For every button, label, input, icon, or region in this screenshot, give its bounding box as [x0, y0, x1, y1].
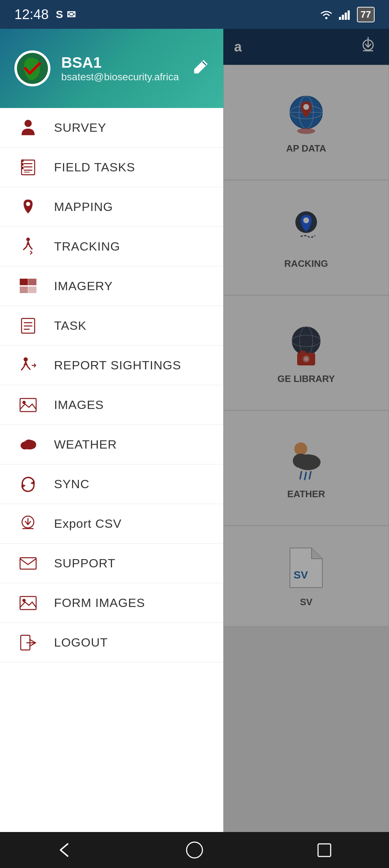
- svg-point-0: [325, 17, 327, 19]
- svg-rect-40: [21, 166, 23, 169]
- list-icon: [18, 157, 38, 177]
- sidebar-item-export-csv[interactable]: Export CSV: [0, 504, 223, 544]
- svg-rect-44: [28, 279, 36, 285]
- sidebar-item-form-images[interactable]: FORM IMAGES: [0, 583, 223, 623]
- user-email: bsatest@biosecurity.africa: [61, 71, 179, 83]
- main-container: a AP DATA: [0, 29, 389, 832]
- sidebar-item-sync[interactable]: SYNC: [0, 464, 223, 504]
- sidebar-item-field-tasks[interactable]: FIELD TASKS: [0, 148, 223, 187]
- images-label: IMAGES: [54, 398, 104, 412]
- person-icon: [18, 118, 38, 138]
- export-icon: [18, 514, 38, 534]
- overlay[interactable]: [223, 29, 389, 832]
- battery-icon: 77: [357, 7, 375, 22]
- sidebar-item-mapping[interactable]: MAPPING: [0, 187, 223, 227]
- status-icons-left: S ✉: [56, 8, 76, 21]
- status-bar-right: 77: [319, 7, 375, 22]
- sidebar-item-survey[interactable]: SURVEY: [0, 108, 223, 148]
- form-image-icon: [18, 593, 38, 613]
- form-images-label: FORM IMAGES: [54, 596, 145, 610]
- svg-rect-38: [21, 159, 23, 162]
- report-sightings-label: REPORT SIGHTINGS: [54, 358, 181, 372]
- task-icon: [18, 316, 38, 336]
- svg-rect-67: [318, 844, 331, 856]
- svg-rect-62: [20, 596, 36, 609]
- mail-status-icon: ✉: [67, 8, 76, 21]
- sidebar-header: BSA1 bsatest@biosecurity.africa: [0, 29, 223, 108]
- sidebar: BSA1 bsatest@biosecurity.africa: [0, 29, 223, 832]
- svg-rect-1: [339, 17, 341, 20]
- svg-rect-43: [19, 279, 28, 285]
- weather-label: WEATHER: [54, 437, 117, 451]
- sidebar-item-support[interactable]: SUPPORT: [0, 544, 223, 583]
- signal-icon: [339, 9, 352, 20]
- app-logo: [16, 52, 49, 85]
- sidebar-item-task[interactable]: TASK: [0, 306, 223, 346]
- status-bar: 12:48 S ✉ 77: [0, 0, 389, 29]
- support-label: SUPPORT: [54, 556, 116, 570]
- user-name: BSA1: [61, 54, 179, 71]
- svg-rect-46: [28, 286, 36, 293]
- user-info: BSA1 bsatest@biosecurity.africa: [61, 54, 179, 83]
- svg-point-42: [26, 238, 30, 241]
- imagery-label: IMAGERY: [54, 279, 113, 293]
- svg-point-32: [24, 120, 32, 127]
- layers-icon: [18, 276, 38, 296]
- recent-apps-button[interactable]: [314, 840, 334, 860]
- sidebar-item-imagery[interactable]: IMAGERY: [0, 266, 223, 306]
- nav-bar: [0, 832, 389, 868]
- mail-icon: [18, 553, 38, 573]
- walking-icon: [18, 237, 38, 256]
- svg-rect-61: [20, 558, 36, 569]
- mapping-label: MAPPING: [54, 200, 113, 214]
- sidebar-item-report-sightings[interactable]: REPORT SIGHTINGS: [0, 346, 223, 385]
- svg-rect-39: [21, 163, 23, 165]
- svg-rect-4: [348, 10, 350, 20]
- back-button[interactable]: [55, 840, 75, 860]
- sighting-icon: [18, 355, 38, 375]
- sync-label: SYNC: [54, 477, 89, 491]
- logout-icon: [18, 633, 38, 652]
- menu-list: SURVEY FIELD: [0, 108, 223, 832]
- s-badge-icon: S: [56, 8, 63, 21]
- svg-point-66: [187, 842, 202, 858]
- sidebar-item-tracking[interactable]: TRACKING: [0, 227, 223, 266]
- svg-rect-45: [19, 286, 28, 293]
- export-csv-label: Export CSV: [54, 517, 122, 531]
- image-icon: [18, 395, 38, 415]
- sidebar-header-left: BSA1 bsatest@biosecurity.africa: [14, 50, 179, 86]
- sidebar-item-weather[interactable]: WEATHER: [0, 425, 223, 464]
- svg-point-51: [23, 357, 28, 361]
- svg-rect-3: [345, 13, 347, 20]
- sync-icon: [18, 474, 38, 494]
- cloud-icon: [18, 435, 38, 454]
- tracking-label: TRACKING: [54, 239, 120, 253]
- wifi-icon: [319, 9, 334, 20]
- svg-point-57: [25, 439, 32, 445]
- svg-rect-52: [20, 398, 36, 411]
- task-label: TASK: [54, 319, 86, 333]
- sidebar-item-logout[interactable]: LOGOUT: [0, 623, 223, 662]
- logo-circle: [14, 50, 50, 86]
- status-bar-left: 12:48 S ✉: [14, 7, 76, 22]
- home-button[interactable]: [185, 840, 205, 860]
- field-tasks-label: FIELD TASKS: [54, 160, 135, 174]
- svg-rect-2: [342, 15, 344, 20]
- sidebar-item-images[interactable]: IMAGES: [0, 385, 223, 425]
- edit-profile-button[interactable]: [193, 59, 209, 78]
- location-icon: [18, 197, 38, 217]
- survey-label: SURVEY: [54, 121, 106, 135]
- svg-point-41: [26, 202, 30, 206]
- status-time: 12:48: [14, 7, 49, 22]
- logout-label: LOGOUT: [54, 635, 108, 649]
